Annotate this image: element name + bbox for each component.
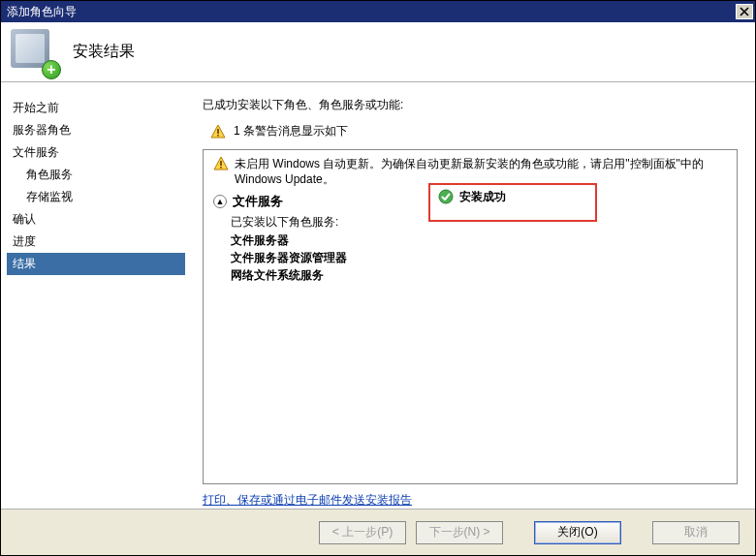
next-button: 下一步(N) > bbox=[416, 521, 503, 544]
report-link-row: 打印、保存或通过电子邮件发送安装报告 bbox=[203, 492, 738, 509]
warning-count-text: 1 条警告消息显示如下 bbox=[234, 123, 348, 139]
installed-services-section: 已安装以下角色服务: 文件服务器 文件服务器资源管理器 网络文件系统服务 bbox=[231, 214, 727, 284]
nav-step-role-services[interactable]: 角色服务 bbox=[7, 164, 185, 186]
svg-rect-1 bbox=[217, 129, 219, 134]
close-button[interactable]: 关闭(O) bbox=[534, 521, 621, 544]
report-link[interactable]: 打印、保存或通过电子邮件发送安装报告 bbox=[203, 493, 412, 507]
nav-step-storage-monitor[interactable]: 存储监视 bbox=[7, 186, 185, 208]
results-panel: 未启用 Windows 自动更新。为确保自动更新最新安装的角色或功能，请启用"控… bbox=[203, 149, 738, 484]
collapse-icon[interactable]: ▲ bbox=[213, 195, 227, 208]
summary-text: 已成功安装以下角色、角色服务或功能: bbox=[203, 97, 738, 113]
nav-step-file-services[interactable]: 文件服务 bbox=[7, 141, 185, 164]
prev-button: < 上一步(P) bbox=[319, 521, 406, 544]
wizard-window: 添加角色向导 + 安装结果 开始之前 服务器角色 文件服务 角色服务 存储监视 … bbox=[0, 0, 756, 556]
nav-step-progress[interactable]: 进度 bbox=[7, 231, 185, 253]
warning-icon bbox=[213, 156, 229, 171]
service-name: 文件服务 bbox=[233, 193, 283, 210]
window-title: 添加角色向导 bbox=[7, 4, 77, 20]
close-icon[interactable] bbox=[736, 4, 753, 19]
install-status-highlight: 安装成功 bbox=[428, 183, 597, 222]
server-roles-icon: + bbox=[11, 29, 57, 76]
add-icon: + bbox=[42, 60, 61, 79]
installed-service-item: 网络文件系统服务 bbox=[231, 267, 727, 284]
svg-point-6 bbox=[439, 190, 453, 203]
wizard-header: + 安装结果 bbox=[1, 22, 755, 82]
wizard-steps-nav: 开始之前 服务器角色 文件服务 角色服务 存储监视 确认 进度 结果 bbox=[1, 83, 185, 509]
success-icon bbox=[438, 189, 454, 204]
warning-count-line: 1 条警告消息显示如下 bbox=[210, 123, 738, 139]
wizard-footer: < 上一步(P) 下一步(N) > 关闭(O) 取消 bbox=[1, 509, 755, 555]
page-title: 安装结果 bbox=[73, 42, 135, 62]
nav-step-confirm[interactable]: 确认 bbox=[7, 208, 185, 231]
nav-step-server-roles[interactable]: 服务器角色 bbox=[7, 119, 185, 141]
content-area: 已成功安装以下角色、角色服务或功能: 1 条警告消息显示如下 未启用 Windo… bbox=[185, 83, 755, 509]
warning-icon bbox=[210, 124, 226, 139]
titlebar: 添加角色向导 bbox=[1, 1, 755, 22]
svg-rect-4 bbox=[220, 161, 222, 166]
installed-service-item: 文件服务器资源管理器 bbox=[231, 250, 727, 266]
nav-step-before-begin[interactable]: 开始之前 bbox=[7, 97, 185, 119]
svg-rect-2 bbox=[217, 135, 219, 137]
cancel-button: 取消 bbox=[652, 521, 740, 544]
installed-service-item: 文件服务器 bbox=[231, 232, 727, 249]
svg-rect-5 bbox=[220, 167, 222, 169]
install-status-text: 安装成功 bbox=[459, 189, 506, 205]
nav-step-results[interactable]: 结果 bbox=[7, 253, 185, 275]
wizard-body: 开始之前 服务器角色 文件服务 角色服务 存储监视 确认 进度 结果 已成功安装… bbox=[1, 82, 755, 509]
